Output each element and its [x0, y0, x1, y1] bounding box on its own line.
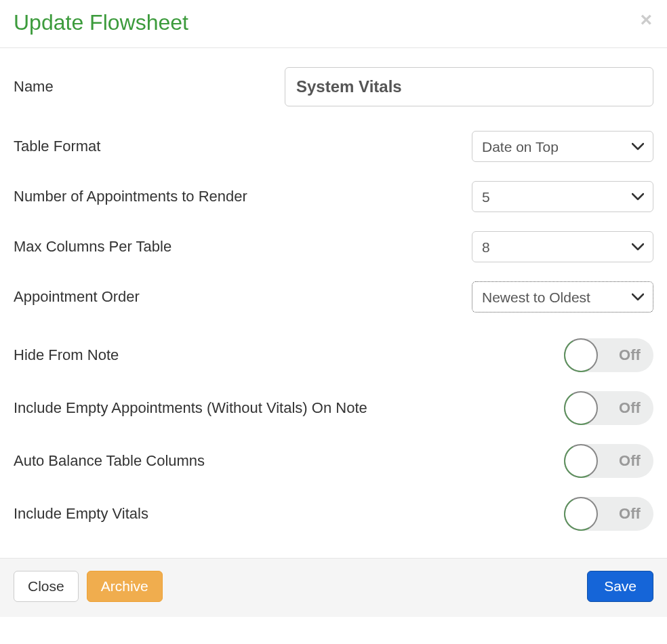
- update-flowsheet-modal: Update Flowsheet × Name Table Format Dat…: [0, 0, 667, 617]
- toggle-knob: [564, 444, 598, 478]
- num-appointments-select[interactable]: 5: [472, 181, 653, 212]
- archive-button[interactable]: Archive: [87, 571, 163, 602]
- table-format-label: Table Format: [14, 138, 472, 155]
- include-empty-appts-row: Include Empty Appointments (Without Vita…: [14, 391, 653, 425]
- num-appointments-select-wrap: 5: [472, 181, 653, 212]
- toggle-knob: [564, 497, 598, 531]
- appt-order-row: Appointment Order Newest to Oldest: [14, 281, 653, 313]
- max-columns-row: Max Columns Per Table 8: [14, 231, 653, 262]
- close-button[interactable]: Close: [14, 571, 79, 602]
- auto-balance-row: Auto Balance Table Columns Off: [14, 444, 653, 478]
- num-appointments-row: Number of Appointments to Render 5: [14, 181, 653, 212]
- max-columns-label: Max Columns Per Table: [14, 238, 472, 256]
- toggle-state-label: Off: [606, 452, 653, 470]
- hide-from-note-row: Hide From Note Off: [14, 338, 653, 372]
- table-format-select[interactable]: Date on Top: [472, 131, 653, 162]
- max-columns-select-wrap: 8: [472, 231, 653, 262]
- table-format-select-wrap: Date on Top: [472, 131, 653, 162]
- modal-body: Name Table Format Date on Top Number of …: [0, 48, 667, 558]
- include-empty-appts-label: Include Empty Appointments (Without Vita…: [14, 399, 564, 417]
- hide-from-note-label: Hide From Note: [14, 346, 564, 364]
- modal-header: Update Flowsheet ×: [0, 0, 667, 48]
- footer-left: Close Archive: [14, 571, 163, 602]
- name-row: Name: [14, 67, 653, 106]
- save-button[interactable]: Save: [587, 571, 653, 602]
- close-icon[interactable]: ×: [640, 9, 652, 30]
- auto-balance-toggle[interactable]: Off: [564, 444, 653, 478]
- modal-footer: Close Archive Save: [0, 558, 667, 617]
- hide-from-note-toggle[interactable]: Off: [564, 338, 653, 372]
- appt-order-label: Appointment Order: [14, 288, 472, 306]
- include-empty-vitals-toggle[interactable]: Off: [564, 497, 653, 531]
- include-empty-vitals-row: Include Empty Vitals Off: [14, 497, 653, 531]
- max-columns-select[interactable]: 8: [472, 231, 653, 262]
- toggle-knob: [564, 338, 598, 372]
- toggle-state-label: Off: [606, 399, 653, 417]
- name-input[interactable]: [285, 67, 653, 106]
- include-empty-appts-toggle[interactable]: Off: [564, 391, 653, 425]
- include-empty-vitals-label: Include Empty Vitals: [14, 505, 564, 523]
- modal-title: Update Flowsheet: [14, 9, 653, 35]
- appt-order-select-wrap: Newest to Oldest: [472, 281, 653, 313]
- toggle-state-label: Off: [606, 346, 653, 364]
- table-format-row: Table Format Date on Top: [14, 131, 653, 162]
- toggle-state-label: Off: [606, 505, 653, 523]
- toggle-knob: [564, 391, 598, 425]
- auto-balance-label: Auto Balance Table Columns: [14, 452, 564, 470]
- name-label: Name: [14, 78, 285, 96]
- appt-order-select[interactable]: Newest to Oldest: [472, 281, 653, 313]
- num-appointments-label: Number of Appointments to Render: [14, 188, 472, 205]
